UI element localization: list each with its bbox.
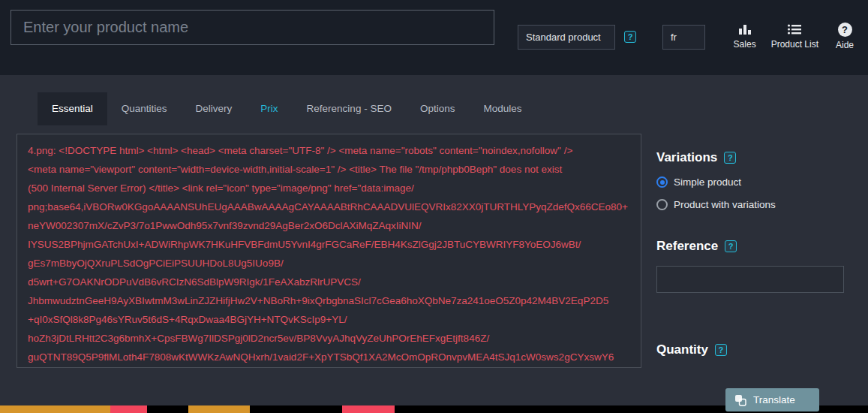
reference-title: Reference [656,239,718,254]
nav-sales[interactable]: Sales [732,23,758,50]
variations-title: Variations [656,150,717,165]
description-editor[interactable]: 4.png: <!DOCTYPE html> <html> <head> <me… [17,134,641,368]
product-type-value: Standard product [526,32,601,43]
language-select[interactable]: fr [662,25,705,50]
tab-modules[interactable]: Modules [469,92,536,125]
tab-referencing-seo[interactable]: Referencing - SEO [293,92,406,125]
product-type-select[interactable]: Standard product [518,25,615,50]
nav-product-list-label: Product List [771,39,818,50]
sidebar: Variations ? Simple product Product with… [656,134,848,357]
radio-simple-product[interactable]: Simple product [656,176,848,188]
radio-icon-selected [656,176,668,188]
variations-heading: Variations ? [656,150,848,165]
reference-heading: Reference ? [656,239,848,254]
translate-button-label: Translate [753,394,795,405]
radio-icon-unselected [656,199,668,210]
nav-help-label: Aide [836,40,854,50]
tab-quantities[interactable]: Quantities [107,92,182,125]
product-name-input[interactable] [11,10,494,45]
tab-delivery[interactable]: Delivery [182,92,247,125]
product-tabs: Essential Quantities Delivery Prix Refer… [38,92,536,125]
tab-options[interactable]: Options [406,92,470,125]
translate-button[interactable]: Translate [725,388,819,411]
tab-prix[interactable]: Prix [246,92,292,125]
product-type-help-icon[interactable]: ? [624,31,636,43]
variations-help-icon[interactable]: ? [724,152,736,164]
radio-product-with-variations[interactable]: Product with variations [656,199,848,210]
bottom-bar-segment [110,405,147,413]
translate-icon [734,394,746,406]
bottom-bar-segment [342,405,395,413]
reference-help-icon[interactable]: ? [725,240,737,252]
quantity-title: Quantity [656,342,708,357]
bottom-bar-segment [188,405,250,413]
quantity-heading: Quantity ? [656,342,848,357]
language-value: fr [671,32,677,43]
nav-help[interactable]: ? Aide [832,23,857,50]
header: Standard product ? fr Sales Product List [0,0,868,75]
bottom-bar-segment [0,405,110,413]
header-nav: Sales Product List ? Aide [732,23,857,50]
nav-sales-label: Sales [734,39,756,50]
bar-chart-icon [737,23,752,36]
tab-essential[interactable]: Essential [38,92,107,125]
radio-product-with-variations-label: Product with variations [674,199,776,210]
radio-simple-product-label: Simple product [674,176,741,188]
help-circle-icon: ? [838,23,852,37]
reference-input[interactable] [656,266,844,293]
quantity-help-icon[interactable]: ? [715,344,727,356]
list-icon [787,23,802,36]
nav-product-list[interactable]: Product List [771,23,818,50]
